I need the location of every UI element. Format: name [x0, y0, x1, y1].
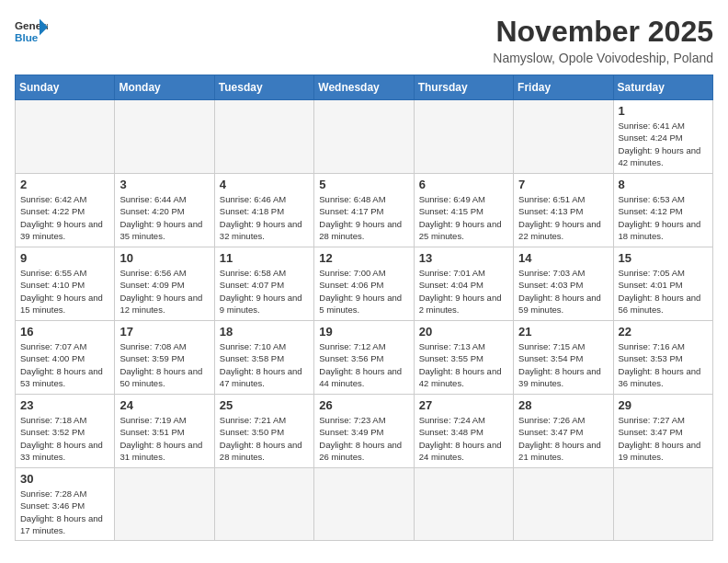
calendar-cell	[314, 100, 414, 174]
day-number: 17	[119, 325, 209, 339]
calendar-cell: 19Sunrise: 7:12 AM Sunset: 3:56 PM Dayli…	[314, 321, 414, 395]
calendar-cell: 18Sunrise: 7:10 AM Sunset: 3:58 PM Dayli…	[214, 321, 313, 395]
day-info: Sunrise: 7:21 AM Sunset: 3:50 PM Dayligh…	[220, 414, 309, 463]
calendar-cell: 9Sunrise: 6:55 AM Sunset: 4:10 PM Daylig…	[16, 247, 115, 321]
calendar-cell	[414, 468, 513, 541]
calendar-cell: 7Sunrise: 6:51 AM Sunset: 4:13 PM Daylig…	[514, 174, 613, 247]
page-header: General Blue November 2025 Namyslow, Opo…	[15, 15, 713, 65]
logo-icon: General Blue	[15, 15, 48, 48]
calendar-cell	[514, 468, 613, 541]
day-info: Sunrise: 7:03 AM Sunset: 4:03 PM Dayligh…	[518, 267, 608, 316]
calendar-cell	[115, 100, 214, 174]
day-info: Sunrise: 7:27 AM Sunset: 3:47 PM Dayligh…	[619, 414, 708, 463]
week-row-1: 1Sunrise: 6:41 AM Sunset: 4:24 PM Daylig…	[16, 100, 713, 174]
calendar-cell: 8Sunrise: 6:53 AM Sunset: 4:12 PM Daylig…	[613, 174, 712, 247]
calendar-title: November 2025	[493, 15, 713, 49]
calendar-cell	[314, 468, 414, 541]
day-info: Sunrise: 7:13 AM Sunset: 3:55 PM Dayligh…	[419, 340, 508, 389]
day-info: Sunrise: 7:10 AM Sunset: 3:58 PM Dayligh…	[220, 340, 309, 389]
weekday-sunday: Sunday	[16, 75, 115, 100]
day-info: Sunrise: 6:55 AM Sunset: 4:10 PM Dayligh…	[20, 267, 109, 316]
week-row-6: 30Sunrise: 7:28 AM Sunset: 3:46 PM Dayli…	[16, 468, 713, 541]
calendar-cell: 20Sunrise: 7:13 AM Sunset: 3:55 PM Dayli…	[414, 321, 513, 395]
week-row-2: 2Sunrise: 6:42 AM Sunset: 4:22 PM Daylig…	[16, 174, 713, 247]
calendar-subtitle: Namyslow, Opole Voivodeship, Poland	[493, 51, 713, 65]
day-info: Sunrise: 7:28 AM Sunset: 3:46 PM Dayligh…	[20, 488, 109, 536]
day-info: Sunrise: 7:23 AM Sunset: 3:49 PM Dayligh…	[319, 414, 408, 463]
day-number: 4	[220, 178, 309, 191]
day-number: 11	[220, 251, 309, 265]
day-info: Sunrise: 6:49 AM Sunset: 4:15 PM Dayligh…	[419, 193, 508, 242]
week-row-5: 23Sunrise: 7:18 AM Sunset: 3:52 PM Dayli…	[16, 395, 713, 468]
day-number: 9	[20, 251, 109, 265]
day-info: Sunrise: 7:16 AM Sunset: 3:53 PM Dayligh…	[619, 340, 708, 389]
day-info: Sunrise: 6:44 AM Sunset: 4:20 PM Dayligh…	[119, 193, 209, 242]
day-info: Sunrise: 7:19 AM Sunset: 3:51 PM Dayligh…	[119, 414, 209, 463]
calendar-cell: 27Sunrise: 7:24 AM Sunset: 3:48 PM Dayli…	[414, 395, 513, 468]
day-info: Sunrise: 7:18 AM Sunset: 3:52 PM Dayligh…	[20, 414, 109, 463]
day-number: 23	[20, 398, 109, 412]
day-info: Sunrise: 7:00 AM Sunset: 4:06 PM Dayligh…	[319, 267, 408, 316]
day-info: Sunrise: 7:07 AM Sunset: 4:00 PM Dayligh…	[20, 340, 109, 389]
calendar-cell: 28Sunrise: 7:26 AM Sunset: 3:47 PM Dayli…	[514, 395, 613, 468]
calendar-cell: 23Sunrise: 7:18 AM Sunset: 3:52 PM Dayli…	[16, 395, 115, 468]
calendar-cell: 30Sunrise: 7:28 AM Sunset: 3:46 PM Dayli…	[16, 468, 115, 541]
svg-text:Blue: Blue	[15, 31, 39, 43]
day-number: 26	[319, 398, 408, 412]
day-number: 21	[518, 325, 608, 339]
day-number: 25	[220, 398, 309, 412]
weekday-header-row: SundayMondayTuesdayWednesdayThursdayFrid…	[16, 75, 713, 100]
day-number: 27	[419, 398, 508, 412]
day-info: Sunrise: 7:15 AM Sunset: 3:54 PM Dayligh…	[518, 340, 608, 389]
day-number: 8	[619, 178, 708, 191]
day-number: 10	[119, 251, 209, 265]
calendar-cell: 10Sunrise: 6:56 AM Sunset: 4:09 PM Dayli…	[115, 247, 214, 321]
day-number: 2	[20, 178, 109, 191]
day-info: Sunrise: 6:53 AM Sunset: 4:12 PM Dayligh…	[619, 193, 708, 242]
day-number: 30	[20, 472, 109, 486]
calendar-cell: 22Sunrise: 7:16 AM Sunset: 3:53 PM Dayli…	[613, 321, 712, 395]
calendar-cell: 2Sunrise: 6:42 AM Sunset: 4:22 PM Daylig…	[16, 174, 115, 247]
day-number: 22	[619, 325, 708, 339]
calendar-cell: 3Sunrise: 6:44 AM Sunset: 4:20 PM Daylig…	[115, 174, 214, 247]
calendar-cell	[214, 100, 313, 174]
day-number: 18	[220, 325, 309, 339]
calendar-cell: 15Sunrise: 7:05 AM Sunset: 4:01 PM Dayli…	[613, 247, 712, 321]
calendar-cell	[613, 468, 712, 541]
day-info: Sunrise: 6:48 AM Sunset: 4:17 PM Dayligh…	[319, 193, 408, 242]
day-info: Sunrise: 7:08 AM Sunset: 3:59 PM Dayligh…	[119, 340, 209, 389]
day-number: 13	[419, 251, 508, 265]
calendar-cell: 13Sunrise: 7:01 AM Sunset: 4:04 PM Dayli…	[414, 247, 513, 321]
calendar-cell: 6Sunrise: 6:49 AM Sunset: 4:15 PM Daylig…	[414, 174, 513, 247]
day-info: Sunrise: 6:56 AM Sunset: 4:09 PM Dayligh…	[119, 267, 209, 316]
logo: General Blue	[15, 15, 48, 48]
day-number: 14	[518, 251, 608, 265]
day-number: 15	[619, 251, 708, 265]
day-number: 28	[518, 398, 608, 412]
calendar-cell: 21Sunrise: 7:15 AM Sunset: 3:54 PM Dayli…	[514, 321, 613, 395]
day-number: 16	[20, 325, 109, 339]
calendar-cell: 11Sunrise: 6:58 AM Sunset: 4:07 PM Dayli…	[214, 247, 313, 321]
day-info: Sunrise: 6:46 AM Sunset: 4:18 PM Dayligh…	[220, 193, 309, 242]
day-number: 24	[119, 398, 209, 412]
weekday-tuesday: Tuesday	[214, 75, 313, 100]
calendar-cell: 16Sunrise: 7:07 AM Sunset: 4:00 PM Dayli…	[16, 321, 115, 395]
day-number: 12	[319, 251, 408, 265]
day-number: 3	[119, 178, 209, 191]
calendar-table: SundayMondayTuesdayWednesdayThursdayFrid…	[15, 75, 713, 541]
calendar-cell	[414, 100, 513, 174]
day-info: Sunrise: 6:51 AM Sunset: 4:13 PM Dayligh…	[518, 193, 608, 242]
calendar-cell: 12Sunrise: 7:00 AM Sunset: 4:06 PM Dayli…	[314, 247, 414, 321]
calendar-cell: 24Sunrise: 7:19 AM Sunset: 3:51 PM Dayli…	[115, 395, 214, 468]
calendar-cell	[214, 468, 313, 541]
calendar-cell	[16, 100, 115, 174]
day-info: Sunrise: 6:58 AM Sunset: 4:07 PM Dayligh…	[220, 267, 309, 316]
day-info: Sunrise: 6:41 AM Sunset: 4:24 PM Dayligh…	[619, 120, 708, 168]
calendar-cell: 1Sunrise: 6:41 AM Sunset: 4:24 PM Daylig…	[613, 100, 712, 174]
calendar-cell: 4Sunrise: 6:46 AM Sunset: 4:18 PM Daylig…	[214, 174, 313, 247]
calendar-cell: 26Sunrise: 7:23 AM Sunset: 3:49 PM Dayli…	[314, 395, 414, 468]
day-number: 20	[419, 325, 508, 339]
weekday-friday: Friday	[514, 75, 613, 100]
calendar-cell	[514, 100, 613, 174]
calendar-cell: 5Sunrise: 6:48 AM Sunset: 4:17 PM Daylig…	[314, 174, 414, 247]
